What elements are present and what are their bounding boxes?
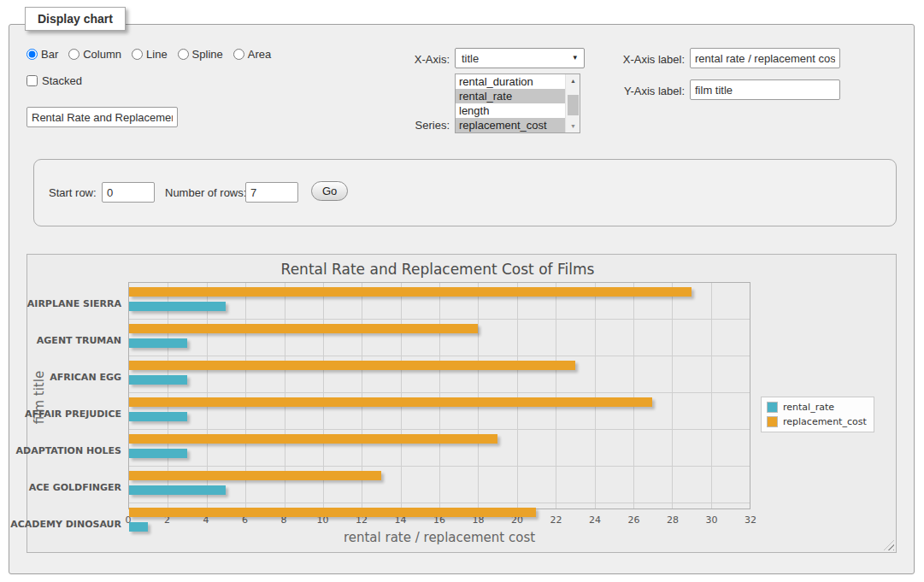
series-options: rental_durationrental_ratelengthreplacem… [456,74,565,132]
chart-type-option-column[interactable]: Column [68,48,121,61]
row-range-panel: Start row: Number of rows: Go [33,159,897,226]
chart-type-radio-line[interactable] [132,49,143,60]
chart-type-label: Bar [41,48,58,61]
x-axis-selected-value: title [462,52,479,65]
stacked-label: Stacked [42,74,82,87]
series-scrollbar[interactable]: ▲ ▼ [565,74,580,132]
chart-row-adaptation-holes: ADAPTATION HOLES [129,434,750,467]
chart-type-option-area[interactable]: Area [233,48,271,61]
x-tick-label: 26 [628,514,640,526]
chart-title: Rental Rate and Replacement Cost of Film… [27,261,848,278]
series-option-rental_rate[interactable]: rental_rate [456,89,565,103]
start-row-label: Start row: [49,186,97,199]
y-tick-label: ACE GOLDFINGER [29,481,121,492]
legend-swatch-icon [767,416,778,427]
chart-title-input[interactable] [26,107,178,127]
number-of-rows-input[interactable] [245,182,298,203]
series-option-replacement_cost[interactable]: replacement_cost [456,118,565,132]
y-axis-label-label: Y-Axis label: [556,85,685,97]
y-tick-label: AGENT TRUMAN [37,334,121,345]
chart-type-radio-area[interactable] [233,49,244,60]
legend-item-replacement_cost: replacement_cost [767,416,867,427]
x-axis-label-label: X-Axis label: [556,53,685,66]
chart-type-radio-spline[interactable] [178,49,189,60]
bar-rental_rate [129,449,187,458]
x-tick-label: 28 [667,514,679,526]
y-tick-label: AFFAIR PREJUDICE [25,408,121,419]
chart-row-ace-goldfinger: ACE GOLDFINGER [129,471,750,503]
bar-rental_rate [129,485,226,495]
stacked-checkbox[interactable] [26,75,38,86]
bar-replacement_cost [129,287,692,297]
start-row-input[interactable] [102,182,155,203]
x-axis-label-input[interactable] [690,48,840,68]
bar-replacement_cost [129,397,652,407]
chart-plot-area: AIRPLANE SIERRAAGENT TRUMANAFRICAN EGGAF… [128,282,750,509]
bar-replacement_cost [129,508,536,517]
bar-replacement_cost [129,471,381,480]
x-tick-label: 22 [550,514,562,526]
y-tick-label: AFRICAN EGG [50,371,121,382]
bar-replacement_cost [129,361,575,370]
y-tick-label: AIRPLANE SIERRA [27,297,121,309]
series-option-rental_duration[interactable]: rental_duration [456,74,565,89]
chart-row-agent-truman: AGENT TRUMAN [129,324,750,356]
y-tick-label: ACADEMY DINOSAUR [10,519,121,530]
scroll-down-icon[interactable]: ▼ [566,120,580,132]
y-tick-label: ADAPTATION HOLES [15,444,121,456]
legend-swatch-icon [767,402,778,413]
bar-replacement_cost [129,324,478,333]
page: Display chart BarColumnLineSplineArea St… [0,0,924,582]
x-axis-select-label: X-Axis: [377,53,450,66]
x-tick-label: 24 [589,514,601,526]
chart-type-label: Area [248,48,271,61]
display-chart-panel: Display chart BarColumnLineSplineArea St… [9,24,915,574]
legend-item-rental_rate: rental_rate [767,402,867,413]
bar-rental_rate [129,302,226,311]
x-tick-label: 30 [706,514,718,526]
bar-replacement_cost [129,434,497,444]
go-button[interactable]: Go [311,181,348,201]
chart-row-african-egg: AFRICAN EGG [129,361,750,393]
series-multiselect[interactable]: rental_durationrental_ratelengthreplacem… [455,73,580,133]
bar-rental_rate [129,412,187,421]
series-select-label: Series: [377,119,450,132]
bar-rental_rate [129,375,187,385]
bar-rental_rate [129,338,187,348]
chart-x-axis-title: rental rate / replacement cost [128,530,750,545]
chart-type-radio-column[interactable] [68,49,79,60]
chart-y-axis-title: film title [32,363,47,432]
chart-type-radio-group: BarColumnLineSplineArea [26,48,276,61]
legend-label: rental_rate [783,402,834,413]
chart-container: Rental Rate and Replacement Cost of Film… [26,254,897,553]
stacked-checkbox-row: Stacked [26,74,82,87]
chart-type-label: Column [83,48,121,61]
scrollbar-thumb[interactable] [568,95,579,115]
number-of-rows-label: Number of rows: [165,186,246,199]
chart-type-option-spline[interactable]: Spline [178,48,223,61]
chart-legend: rental_ratereplacement_cost [761,397,874,432]
series-option-length[interactable]: length [456,103,565,118]
chart-type-label: Line [146,48,168,61]
y-axis-label-input[interactable] [690,79,840,100]
resize-handle-icon[interactable] [884,540,894,550]
chart-type-option-line[interactable]: Line [132,48,168,61]
chart-row-airplane-sierra: AIRPLANE SIERRA [129,287,750,320]
chart-type-radio-bar[interactable] [26,49,38,60]
chart-row-affair-prejudice: AFFAIR PREJUDICE [129,397,750,430]
chart-type-option-bar[interactable]: Bar [26,48,58,61]
chart-type-label: Spline [192,48,223,61]
x-tick-label: 32 [744,514,756,526]
legend-label: replacement_cost [783,416,867,427]
panel-title: Display chart [25,7,126,31]
bar-rental_rate [129,522,148,532]
